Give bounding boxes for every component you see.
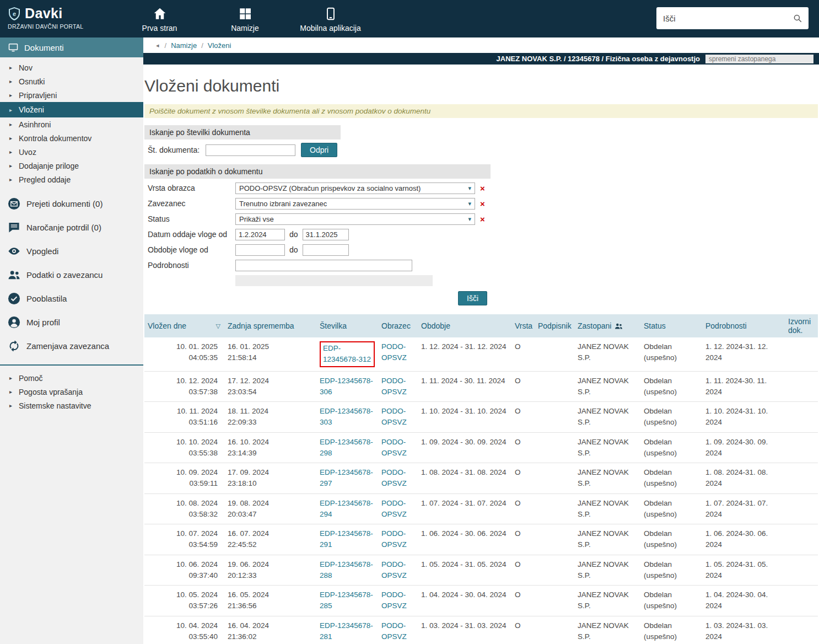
column-header-stevilka[interactable]: Številka [316,314,378,337]
form-type-link[interactable]: PODO-OPSVZ [381,621,407,641]
nav-item-prva-stran[interactable]: Prva stran [117,0,202,37]
sidebar-item-pogosta-vprasanja[interactable]: ▸Pogosta vprašanja [0,385,143,399]
sidebar-item-label: Naročanje potrdil (0) [26,223,101,232]
sidebar-item-narocanje-potrdil-0[interactable]: Naročanje potrdil (0) [0,216,143,239]
document-number-link[interactable]: EDP-12345678-306 [320,377,373,396]
cell-zadnja-sprememba: 16. 05. 202421:36:56 [224,586,316,616]
column-label: Izvorni dok. [788,317,811,335]
change-taxpayer-input[interactable] [705,55,813,63]
taxpayer-select[interactable]: Trenutno izbrani zavezanec ▾ [235,198,475,210]
document-number-link[interactable]: EDP-12345678-291 [320,529,373,549]
form-type-link[interactable]: PODO-OPSVZ [381,342,407,362]
sidebar-item-sistemske-nastavitve[interactable]: ▸Sistemske nastavitve [0,399,143,412]
sidebar-doc-list: ▸Nov▸Osnutki▸Pripravljeni▸Vloženi▸Asinhr… [0,57,143,191]
back-arrow-icon[interactable]: ◂ [156,42,159,49]
sidebar-item-zamenjava-zavezanca[interactable]: Zamenjava zavezanca [0,334,143,358]
cell-izvorni-dok [785,432,818,463]
arrow-right-icon: ▸ [9,135,14,141]
column-header-obrazec[interactable]: Obrazec [378,314,418,337]
sidebar-item-vlozeni[interactable]: ▸Vloženi [0,102,143,117]
sidebar-item-osnutki[interactable]: ▸Osnutki [0,74,143,88]
sidebar-item-label: Prejeti dokumenti (0) [26,199,103,208]
form-type-link[interactable]: PODO-OPSVZ [381,407,407,426]
nav-item-mobilna-aplikacija[interactable]: Mobilna aplikacija [288,0,373,37]
column-header-status[interactable]: Status [640,314,702,337]
taxpayer-label: Zavezanec [148,199,235,208]
document-number-link[interactable]: EDP-12345678-298 [320,438,373,457]
logo[interactable]: e Davki DRŽAVNI DAVČNI PORTAL [0,0,117,37]
cell-vlozen-dne: 10. 10. 202403:55:38 [144,432,224,463]
column-header-zadnja-sprememba[interactable]: Zadnja sprememba [224,314,316,337]
sidebar-item-vpogledi[interactable]: Vpogledi [0,239,143,263]
clear-taxpayer-icon[interactable]: × [480,199,485,208]
cell-podrobnosti: 1. 12. 2024-31. 12. 2024 [702,337,785,371]
nav-item-namizje[interactable]: Namizje [202,0,288,37]
column-label: Zadnja sprememba [228,321,294,330]
period-from-input[interactable] [235,244,285,256]
status-select[interactable]: Prikaži vse ▾ [235,213,475,225]
cell-vrsta: O [511,463,535,494]
user-bar: JANEZ NOVAK S.P. / 12345678 / Fizična os… [143,53,819,65]
breadcrumb-link-vlozeni[interactable]: Vloženi [208,41,231,50]
sidebar-item-podatki-o-zavezancu[interactable]: Podatki o zavezancu [0,263,143,287]
form-type-select[interactable]: PODO-OPSVZ (Obračun prispevkov za social… [235,183,475,194]
sidebar-item-moj-profil[interactable]: Moj profil [0,310,143,334]
column-header-vrsta[interactable]: Vrsta [511,314,535,337]
arrow-right-icon: ▸ [9,389,14,395]
sidebar-item-nov[interactable]: ▸Nov [0,61,143,74]
document-number-link[interactable]: EDP-12345678-288 [320,560,373,579]
form-type-link[interactable]: PODO-OPSVZ [381,468,407,487]
form-type-link[interactable]: PODO-OPSVZ [381,499,407,518]
cell-obrazec: PODO-OPSVZ [378,555,418,586]
sidebar-item-dodajanje-priloge[interactable]: ▸Dodajanje priloge [0,159,143,173]
form-type-link[interactable]: PODO-OPSVZ [381,438,407,457]
form-type-link[interactable]: PODO-OPSVZ [381,560,407,579]
column-header-podrobnosti[interactable]: Podrobnosti [702,314,785,337]
cell-obrazec: PODO-OPSVZ [378,432,418,463]
search-button[interactable]: Išči [458,291,487,305]
chevron-down-icon: ▾ [468,216,475,223]
breadcrumb-link-namizje[interactable]: Namizje [171,41,197,50]
sidebar-item-pooblastila[interactable]: Pooblastila [0,287,143,310]
sidebar-item-uvoz[interactable]: ▸Uvoz [0,145,143,159]
submission-date-to-input[interactable] [303,229,349,240]
form-type-label: Vrsta obrazca [148,184,235,192]
document-number-link[interactable]: EDP-12345678-297 [320,468,373,487]
cell-zadnja-sprememba: 19. 08. 202420:03:47 [224,493,316,524]
sidebar-item-pomoc[interactable]: ▸Pomoč [0,371,143,385]
sidebar-section-dokumenti[interactable]: Dokumenti [0,37,143,57]
sidebar-item-asinhroni[interactable]: ▸Asinhroni [0,117,143,131]
sidebar-item-kontrola-dokumentov[interactable]: ▸Kontrola dokumentov [0,131,143,145]
form-type-link[interactable]: PODO-OPSVZ [381,529,407,549]
open-button[interactable]: Odpri [301,143,337,157]
sidebar-item-pripravljeni[interactable]: ▸Pripravljeni [0,88,143,102]
document-number-link[interactable]: EDP-12345678-294 [320,499,373,518]
people-icon [615,322,623,330]
clear-form-type-icon[interactable]: × [480,184,485,193]
table-row: 10. 05. 202403:57:2616. 05. 202421:36:56… [144,586,818,616]
form-type-link[interactable]: PODO-OPSVZ [381,591,407,610]
document-number-link[interactable]: EDP-12345678-312 [323,344,371,363]
search-input[interactable] [656,14,793,23]
column-header-obdobje[interactable]: Obdobje [418,314,511,337]
document-number-link[interactable]: EDP-12345678-303 [320,407,373,426]
cell-vrsta: O [511,616,535,644]
column-header-izvorni-dok[interactable]: Izvorni dok. [785,314,818,337]
sidebar-item-pregled-oddaje[interactable]: ▸Pregled oddaje [0,173,143,186]
document-number-link[interactable]: EDP-12345678-281 [320,621,373,641]
search-icon[interactable] [793,13,809,23]
column-header-podpisnik[interactable]: Podpisnik [535,314,574,337]
column-header-zastopani[interactable]: Zastopani [574,314,640,337]
period-to-input[interactable] [303,244,349,256]
details-input[interactable] [235,260,412,271]
nav-item-label: Prva stran [142,24,177,33]
column-header-vlozen-dne[interactable]: Vložen dne▽ [144,314,224,337]
highlight-box: EDP-12345678-312 [320,341,375,367]
form-type-link[interactable]: PODO-OPSVZ [381,377,407,396]
document-number-link[interactable]: EDP-12345678-285 [320,591,373,610]
sort-icon[interactable]: ▽ [216,323,220,330]
clear-status-icon[interactable]: × [480,214,485,224]
sidebar-item-prejeti-dokumenti-0[interactable]: Prejeti dokumenti (0) [0,192,143,216]
submission-date-from-input[interactable] [235,229,285,240]
document-number-input[interactable] [206,144,295,156]
